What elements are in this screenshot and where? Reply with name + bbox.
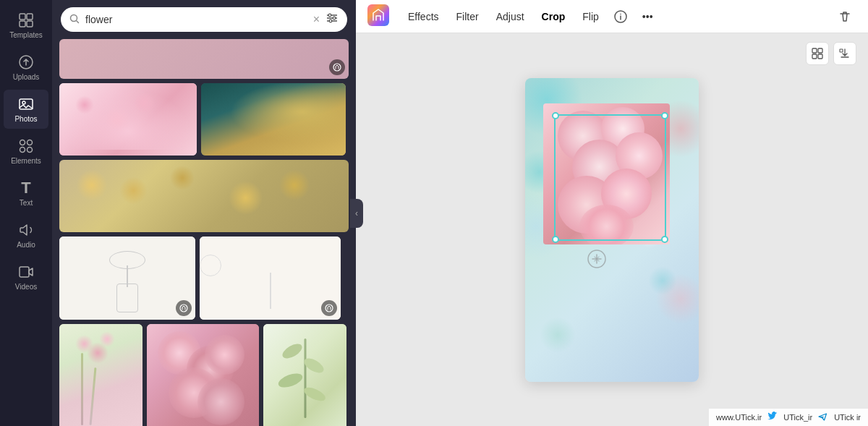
photo-item-branch-green[interactable] <box>263 324 346 426</box>
canvas-area: www.UTick.ir UTick_ir UTick ir <box>356 33 868 426</box>
svg-rect-22 <box>367 4 389 26</box>
sidebar-label-elements: Elements <box>11 157 41 165</box>
sidebar-item-uploads[interactable]: Uploads <box>4 48 48 87</box>
templates-icon <box>17 12 35 29</box>
photo-item-sketch-single[interactable] <box>200 237 341 320</box>
sidebar-label-audio: Audio <box>17 241 35 249</box>
sidebar-label-photos: Photos <box>14 115 37 123</box>
grid-view-button[interactable] <box>806 42 829 65</box>
pro-badge-sketch-single <box>321 300 337 316</box>
svg-point-24 <box>620 13 621 14</box>
svg-point-6 <box>22 101 25 104</box>
watermark-website: www.UTick.ir <box>716 413 762 422</box>
svg-rect-27 <box>812 54 817 59</box>
toolbar: Effects Filter Adjust Crop Flip ••• <box>356 0 868 33</box>
photo-item-yellow-flowers[interactable] <box>59 160 349 232</box>
telegram-icon <box>818 412 828 423</box>
svg-point-17 <box>333 17 336 20</box>
more-button[interactable]: ••• <box>635 7 660 27</box>
audio-icon <box>17 221 35 239</box>
sidebar-item-text[interactable]: T Text <box>4 174 48 213</box>
sidebar-item-photos[interactable]: Photos <box>4 90 48 129</box>
sidebar-label-uploads: Uploads <box>13 73 40 81</box>
svg-rect-11 <box>20 267 29 277</box>
svg-rect-25 <box>812 48 817 53</box>
photo-item-pink-branch[interactable] <box>59 83 197 156</box>
photo-item-teal-lady[interactable] <box>201 83 346 156</box>
adjust-button[interactable]: Adjust <box>489 7 532 27</box>
sidebar-item-templates[interactable]: Templates <box>4 6 48 45</box>
svg-point-10 <box>27 148 33 153</box>
photo-row-4 <box>59 324 349 426</box>
filter-button[interactable]: Filter <box>449 7 486 27</box>
photo-grid <box>52 39 356 426</box>
pro-badge <box>329 59 345 75</box>
svg-point-18 <box>329 20 332 22</box>
flip-button[interactable]: Flip <box>575 7 606 27</box>
photo-row-3 <box>59 237 349 320</box>
crop-button[interactable]: Crop <box>535 7 573 27</box>
pro-badge-sketch-vase <box>176 300 192 316</box>
bokeh-green-bot <box>540 317 576 353</box>
svg-rect-29 <box>840 49 843 52</box>
photo-item-stem-pink[interactable] <box>59 324 142 426</box>
sidebar: Templates Uploads Photos <box>0 0 52 426</box>
text-icon: T <box>17 179 35 197</box>
watermark: www.UTick.ir UTick_ir UTick ir <box>709 409 868 426</box>
photo-row-2 <box>59 160 349 232</box>
sidebar-label-videos: Videos <box>15 283 37 291</box>
svg-point-7 <box>20 140 25 145</box>
photo-item-peonies[interactable] <box>147 324 259 426</box>
info-button[interactable] <box>609 5 632 28</box>
videos-icon <box>17 263 35 281</box>
uploads-icon <box>17 54 35 71</box>
twitter-icon <box>767 412 778 423</box>
sidebar-label-templates: Templates <box>9 31 43 39</box>
photo-item-sketch-vase[interactable] <box>59 237 195 320</box>
search-clear-button[interactable]: × <box>313 13 320 26</box>
sidebar-item-audio[interactable]: Audio <box>4 216 48 255</box>
photo-row-top <box>59 39 349 79</box>
svg-rect-26 <box>818 48 822 53</box>
app-logo <box>367 4 389 29</box>
watermark-telegram: UTick ir <box>834 413 861 422</box>
reposition-icon[interactable] <box>587 249 607 273</box>
elements-icon <box>17 137 35 155</box>
svg-rect-28 <box>818 54 822 59</box>
effects-button[interactable]: Effects <box>401 7 446 27</box>
svg-point-16 <box>328 14 331 17</box>
svg-point-9 <box>20 148 25 153</box>
search-panel: × <box>52 0 356 426</box>
search-input[interactable] <box>85 14 307 25</box>
photos-icon <box>17 95 35 113</box>
photo-row-1 <box>59 83 349 156</box>
svg-point-8 <box>27 140 33 145</box>
canvas-tools <box>806 42 856 65</box>
sidebar-item-elements[interactable]: Elements <box>4 132 48 171</box>
search-filter-button[interactable] <box>326 12 339 27</box>
sidebar-label-text: Text <box>20 199 33 207</box>
panel-collapse-handle[interactable]: ‹ <box>350 199 363 228</box>
delete-button[interactable] <box>833 5 856 28</box>
photo-item-blurred[interactable] <box>59 39 349 79</box>
search-bar: × <box>61 7 347 32</box>
svg-rect-2 <box>20 21 25 27</box>
search-icon <box>69 14 80 26</box>
flower-image[interactable] <box>543 103 670 244</box>
editor: Effects Filter Adjust Crop Flip ••• <box>356 0 868 426</box>
svg-rect-0 <box>20 14 25 20</box>
bokeh-teal-small <box>648 266 677 295</box>
sidebar-item-videos[interactable]: Videos <box>4 257 48 297</box>
design-card <box>525 78 699 382</box>
watermark-twitter: UTick_ir <box>783 413 812 422</box>
svg-rect-3 <box>27 21 33 27</box>
export-button[interactable] <box>833 42 856 65</box>
svg-point-12 <box>71 14 77 21</box>
svg-rect-1 <box>27 14 33 20</box>
